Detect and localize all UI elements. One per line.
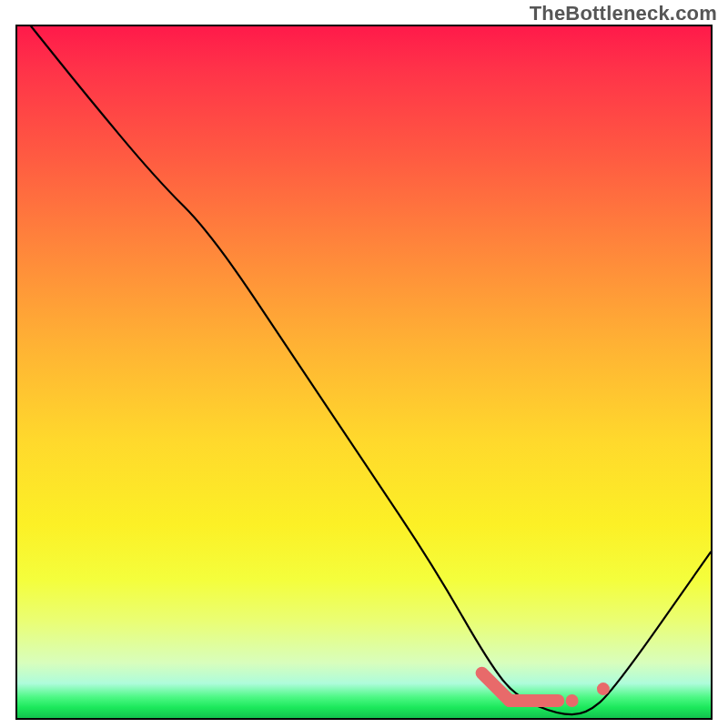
- plot-area: [15, 25, 713, 720]
- bottleneck-curve: [31, 26, 711, 714]
- attribution-label: TheBottleneck.com: [530, 2, 717, 25]
- dot-2: [597, 682, 610, 695]
- dot-1: [566, 694, 579, 707]
- chart-svg: [17, 26, 711, 718]
- chart-frame: TheBottleneck.com: [0, 0, 728, 728]
